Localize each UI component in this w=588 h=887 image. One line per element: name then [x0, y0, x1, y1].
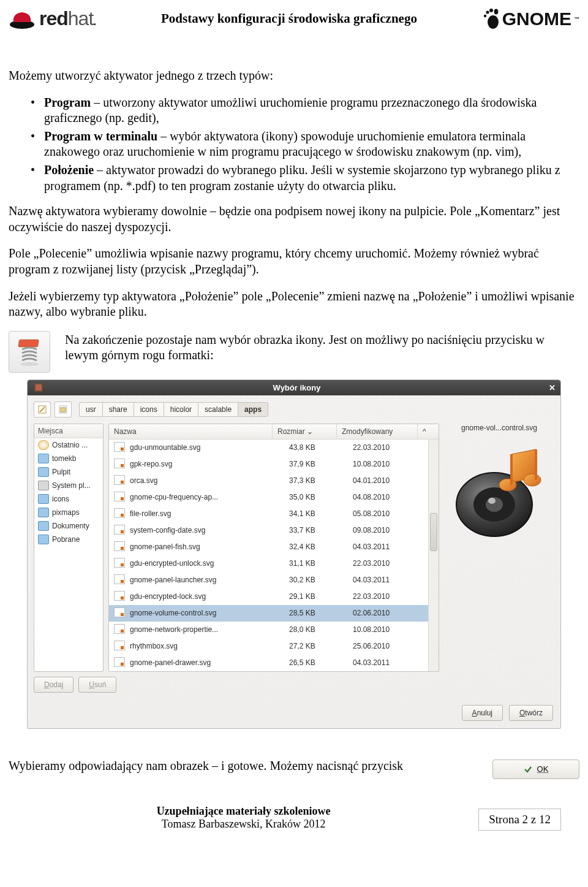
file-row[interactable]: gnome-panel-fish.svg32,4 KB04.03.2011: [109, 539, 428, 555]
places-header: Miejsca: [34, 424, 103, 438]
remove-place-button[interactable]: Usuń: [78, 677, 116, 693]
col-size[interactable]: Rozmiar ⌄: [273, 424, 337, 439]
preview-panel: gnome-vol...control.svg: [444, 424, 554, 672]
type-list: Program – utworzony aktywator umożliwi u…: [9, 95, 579, 194]
intro-text: Możemy utworzyć aktywator jednego z trze…: [9, 68, 579, 84]
file-row[interactable]: rhythmbox.svg27,2 KB25.06.2010: [109, 638, 428, 655]
path-seg-usr[interactable]: usr: [79, 402, 102, 417]
svg-point-1: [488, 15, 499, 29]
page-footer: Uzupełniające materiały szkoleniowe Toma…: [9, 805, 579, 831]
place-docs[interactable]: Dokumenty: [34, 519, 103, 533]
dialog-titlebar: Wybór ikony ✕: [28, 380, 560, 395]
svg-point-4: [489, 9, 493, 12]
paragraph-location: Jeżeli wybierzemy typ aktywatora „Położe…: [9, 289, 579, 320]
spring-launcher-icon: [9, 331, 50, 373]
file-row[interactable]: system-config-date.svg33,7 KB09.08.2010: [109, 522, 428, 539]
place-icons[interactable]: icons: [34, 492, 103, 506]
paragraph-name: Nazwę aktywatora wybieramy dowolnie – bę…: [9, 204, 579, 235]
paragraph-after: Wybieramy odpowiadający nam obrazek – i …: [9, 758, 481, 774]
redhat-logo: redhat.: [9, 7, 96, 30]
dialog-app-icon: [34, 383, 43, 392]
check-icon: [524, 765, 532, 774]
redhat-hat-icon: [9, 9, 36, 29]
svg-point-8: [20, 362, 39, 366]
svg-rect-6: [18, 340, 39, 347]
file-row[interactable]: gdu-encrypted-lock.svg29,1 KB22.03.2010: [109, 588, 428, 605]
page-header: redhat. Podstawy konfiguracji środowiska…: [9, 7, 579, 30]
gnome-text: GNOME: [502, 9, 571, 29]
place-pixmaps[interactable]: pixmaps: [34, 506, 103, 519]
svg-rect-10: [36, 384, 42, 390]
file-scrollbar[interactable]: [428, 440, 439, 671]
preview-icon: [450, 442, 548, 540]
svg-point-19: [499, 479, 516, 491]
footer-line2: Tomasz Barbaszewski, Kraków 2012: [9, 818, 478, 831]
file-list: Nazwa Rozmiar ⌄ Zmodyfikowany ^ gdu-unmo…: [108, 424, 439, 672]
file-row[interactable]: gdu-encrypted-unlock.svg31,1 KB22.03.201…: [109, 555, 428, 572]
svg-point-18: [488, 498, 496, 504]
edit-path-icon[interactable]: [34, 402, 51, 417]
preview-filename: gnome-vol...control.svg: [444, 424, 554, 432]
svg-point-2: [483, 14, 486, 17]
col-name[interactable]: Nazwa: [109, 424, 273, 439]
add-place-button[interactable]: Dodaj: [34, 677, 74, 693]
file-row[interactable]: gnome-cpu-frequency-ap...35,0 KB04.08.20…: [109, 489, 428, 506]
place-home[interactable]: tomekb: [34, 452, 103, 465]
col-scroll-top[interactable]: ^: [418, 424, 439, 439]
open-button[interactable]: Otwórz: [509, 705, 553, 721]
svg-rect-13: [61, 408, 66, 412]
gnome-foot-icon: [483, 9, 500, 29]
file-row[interactable]: gnome-panel-launcher.svg30,2 KB04.03.201…: [109, 572, 428, 588]
path-seg-share[interactable]: share: [102, 402, 134, 417]
cancel-button[interactable]: Anuluj: [462, 705, 503, 721]
path-seg-scalable[interactable]: scalable: [198, 402, 238, 417]
svg-point-20: [524, 474, 541, 486]
page-number: Strona 2 z 12: [478, 809, 561, 831]
place-downloads[interactable]: Pobrane: [34, 533, 103, 546]
path-seg-icons[interactable]: icons: [134, 402, 164, 417]
paragraph-icon: Na zakończenie pozostaje nam wybór obraz…: [65, 332, 579, 364]
gnome-logo: GNOME™: [483, 9, 579, 29]
path-breadcrumb: usr share icons hicolor scalable apps: [79, 402, 268, 417]
places-sidebar: Miejsca Ostatnio ... tomekb Pulpit Syste…: [34, 424, 104, 672]
dialog-title: Wybór ikony: [45, 383, 549, 392]
close-icon[interactable]: ✕: [549, 383, 556, 392]
file-row[interactable]: gnome-panel-drawer.svg26,5 KB04.03.2011: [109, 655, 428, 671]
file-row[interactable]: gnome-network-propertie...28,0 KB10.08.2…: [109, 622, 428, 638]
svg-rect-21: [510, 454, 513, 485]
path-seg-apps[interactable]: apps: [238, 402, 268, 417]
icon-chooser-dialog: Wybór ikony ✕ usr share icons hicolor: [27, 379, 561, 729]
file-row[interactable]: file-roller.svg34,1 KB05.08.2010: [109, 506, 428, 522]
paragraph-command: Pole „Polecenie” umożliwia wpisanie nazw…: [9, 246, 579, 277]
file-list-header: Nazwa Rozmiar ⌄ Zmodyfikowany ^: [109, 424, 439, 440]
place-desktop[interactable]: Pulpit: [34, 465, 103, 479]
file-row[interactable]: orca.svg37,3 KB04.01.2010: [109, 473, 428, 489]
path-seg-hicolor[interactable]: hicolor: [164, 402, 198, 417]
svg-rect-22: [535, 449, 537, 480]
ok-button[interactable]: OK: [492, 759, 579, 779]
file-row[interactable]: gpk-repo.svg37,9 KB10.08.2010: [109, 456, 428, 473]
col-modified[interactable]: Zmodyfikowany: [337, 424, 418, 439]
svg-point-5: [494, 9, 498, 14]
redhat-wordmark: redhat.: [39, 7, 96, 30]
place-recent[interactable]: Ostatnio ...: [34, 438, 103, 452]
file-row[interactable]: gdu-unmountable.svg43,8 KB22.03.2010: [109, 440, 428, 456]
document-title: Podstawy konfiguracji środowiska graficz…: [96, 11, 482, 26]
scroll-thumb[interactable]: [430, 513, 437, 551]
file-row[interactable]: gnome-volume-control.svg28,5 KB02.06.201…: [109, 605, 428, 622]
svg-point-3: [486, 10, 489, 13]
folder-up-icon[interactable]: [55, 402, 72, 417]
footer-line1: Uzupełniające materiały szkoleniowe: [9, 805, 478, 818]
place-filesystem[interactable]: System pl...: [34, 479, 103, 492]
